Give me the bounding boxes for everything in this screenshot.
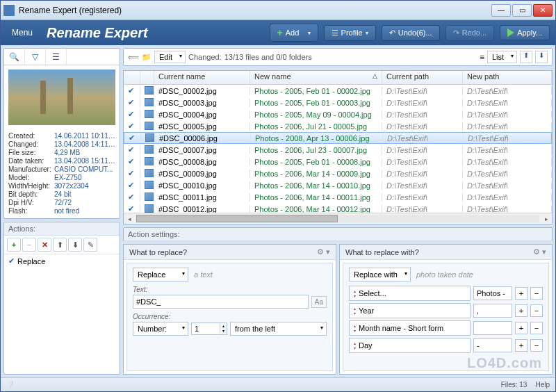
rw-add-button[interactable]: + — [515, 287, 528, 300]
check-icon[interactable]: ✔ — [128, 181, 134, 189]
gear-icon[interactable]: ⚙ ▾ — [317, 247, 330, 256]
rw-month-chip[interactable]: ▴▾Month name - Short form — [349, 320, 471, 336]
list-toolbar: ⟸ 📁 Edit Changed: 13/13 files and 0/0 fo… — [123, 48, 553, 66]
table-row[interactable]: ✔#DSC_00007.jpgPhotos - 2006, Jul 23 - 0… — [124, 144, 552, 156]
rw-remove-button[interactable]: − — [530, 339, 543, 352]
current-name: #DSC_00012.jpg — [154, 205, 250, 213]
image-file-icon — [145, 181, 154, 189]
occurrence-from-dropdown[interactable]: from the left — [230, 322, 327, 336]
action-add-button[interactable]: + — [7, 238, 21, 252]
check-icon[interactable]: ✔ — [128, 157, 134, 165]
close-button[interactable]: ✕ — [533, 4, 553, 17]
rw-select-chip[interactable]: ▴▾Select... — [349, 286, 471, 301]
gear-icon[interactable]: ⚙ ▾ — [533, 247, 546, 256]
rw-add-button[interactable]: + — [515, 322, 528, 334]
current-path: D:\Test\Exif\ — [382, 205, 463, 213]
action-remove-button[interactable]: − — [22, 238, 36, 252]
list-icon: ≡ — [480, 53, 484, 61]
new-path: D:\Test\Exif\ — [463, 193, 552, 202]
table-row[interactable]: ✔#DSC_00011.jpgPhotos - 2006, Mar 14 - 0… — [124, 191, 552, 203]
check-icon[interactable]: ✔ — [128, 110, 134, 118]
replace-mode-dropdown[interactable]: Replace — [133, 268, 188, 281]
image-file-icon — [145, 169, 154, 177]
menu-button[interactable]: Menu — [6, 25, 38, 40]
col-current-name[interactable]: Current name — [154, 71, 250, 84]
main-toolbar: Menu Rename Expert +Add▾ ☰Profile▾ ↶Undo… — [1, 20, 555, 45]
col-new-name[interactable]: New name △ — [250, 71, 382, 84]
rw-year-chip[interactable]: ▴▾Year — [349, 303, 471, 318]
new-path: D:\Test\Exif\ — [463, 87, 552, 95]
current-name: #DSC_00004.jpg — [154, 111, 250, 119]
rw-day-chip[interactable]: ▴▾Day — [349, 338, 471, 353]
action-edit-button[interactable]: ✎ — [83, 238, 97, 252]
current-name: #DSC_00006.jpg — [155, 134, 251, 142]
check-icon[interactable]: ✔ — [128, 204, 134, 213]
add-button[interactable]: +Add▾ — [270, 24, 318, 42]
replace-with-mode-dropdown[interactable]: Replace with — [349, 268, 411, 281]
action-delete-button[interactable]: ✕ — [38, 238, 51, 252]
apply-button[interactable]: Apply... — [500, 25, 550, 40]
table-row[interactable]: ✔#DSC_00003.jpgPhotos - 2005, Feb 01 - 0… — [124, 97, 552, 108]
rw-add-button[interactable]: + — [515, 339, 528, 352]
replace-panel: What to replace?⚙ ▾ Replace a text Text:… — [123, 244, 336, 375]
maximize-button[interactable]: ▭ — [512, 4, 532, 17]
profile-button[interactable]: ☰Profile▾ — [324, 25, 376, 41]
check-icon[interactable]: ✔ — [128, 122, 134, 130]
nav-back-icon[interactable]: ⟸ — [128, 53, 139, 62]
table-row[interactable]: ✔#DSC_00006.jpgPhotos - 2008, Apr 13 - 0… — [124, 132, 552, 144]
check-icon[interactable]: ✔ — [128, 145, 134, 154]
case-toggle[interactable]: Aa — [311, 296, 327, 308]
table-row[interactable]: ✔#DSC_00005.jpgPhotos - 2006, Jul 21 - 0… — [124, 120, 552, 132]
preview-zoom-tab[interactable]: 🔍 — [4, 49, 25, 65]
redo-button[interactable]: ↷Redo... — [445, 25, 494, 41]
rw-add-button[interactable]: + — [515, 304, 528, 317]
col-current-path[interactable]: Current path — [382, 71, 463, 84]
check-icon[interactable]: ✔ — [128, 169, 134, 177]
action-settings-title: Action settings: — [123, 227, 553, 241]
table-row[interactable]: ✔#DSC_00009.jpgPhotos - 2006, Mar 14 - 0… — [124, 168, 552, 179]
occurrence-type-dropdown[interactable]: Number: — [133, 322, 188, 336]
edit-dropdown[interactable]: Edit — [154, 51, 186, 63]
view-dropdown[interactable]: List — [487, 51, 517, 63]
preview-filter-tab[interactable]: ▽ — [25, 49, 46, 65]
current-name: #DSC_00009.jpg — [154, 170, 250, 178]
new-name: Photos - 2005, May 09 - 00004.jpg — [250, 111, 382, 119]
minimize-button[interactable]: — — [491, 4, 511, 17]
action-up-button[interactable]: ⬆ — [53, 238, 67, 252]
new-path: D:\Test\Exif\ — [463, 99, 552, 107]
rw-remove-button[interactable]: − — [530, 287, 543, 300]
image-file-icon — [145, 122, 154, 130]
table-row[interactable]: ✔#DSC_00012.jpgPhotos - 2006, Mar 14 - 0… — [124, 203, 552, 213]
action-item-replace[interactable]: ✔ Replace — [4, 254, 120, 268]
status-help[interactable]: ❔ — [6, 381, 15, 389]
rw-year-value[interactable] — [473, 304, 512, 318]
col-new-path[interactable]: New path — [463, 71, 552, 84]
rw-month-value[interactable] — [473, 321, 512, 335]
table-row[interactable]: ✔#DSC_00002.jpgPhotos - 2005, Feb 01 - 0… — [124, 85, 552, 97]
rw-select-value[interactable] — [473, 286, 512, 300]
horizontal-scrollbar[interactable]: ◂▸ — [124, 213, 552, 224]
table-row[interactable]: ✔#DSC_00008.jpgPhotos - 2005, Feb 01 - 0… — [124, 156, 552, 168]
check-icon[interactable]: ✔ — [129, 133, 135, 142]
new-path: D:\Test\Exif\ — [463, 170, 552, 178]
rw-day-value[interactable] — [473, 338, 512, 352]
table-row[interactable]: ✔#DSC_00010.jpgPhotos - 2006, Mar 14 - 0… — [124, 179, 552, 191]
current-name: #DSC_00011.jpg — [154, 193, 250, 202]
check-icon[interactable]: ✔ — [128, 193, 134, 201]
preview-list-tab[interactable]: ☰ — [46, 49, 67, 65]
check-icon[interactable]: ✔ — [128, 86, 134, 95]
folder-icon[interactable]: 📁 — [142, 53, 152, 62]
app-icon — [3, 5, 15, 16]
action-down-button[interactable]: ⬇ — [68, 238, 82, 252]
rw-remove-button[interactable]: − — [530, 322, 543, 334]
undo-button[interactable]: ↶Undo(6)... — [382, 25, 440, 41]
occurrence-number-spinner[interactable]: ▴▾ — [191, 322, 227, 335]
move-down-button[interactable]: ⬇ — [535, 51, 548, 63]
titlebar[interactable]: Rename Expert (registered) — ▭ ✕ — [1, 1, 555, 20]
check-icon[interactable]: ✔ — [128, 98, 134, 106]
rw-remove-button[interactable]: − — [530, 304, 543, 317]
table-row[interactable]: ✔#DSC_00004.jpgPhotos - 2005, May 09 - 0… — [124, 108, 552, 120]
current-path: D:\Test\Exif\ — [382, 122, 463, 131]
replace-text-input[interactable] — [133, 295, 309, 309]
move-up-button[interactable]: ⬆ — [520, 51, 532, 63]
